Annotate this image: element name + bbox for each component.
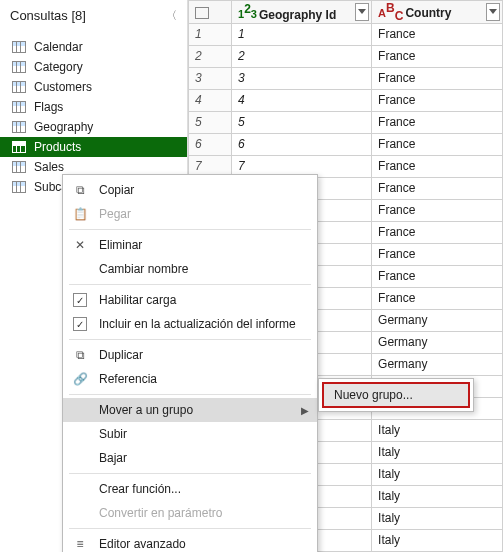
menu-item[interactable]: ✓Habilitar carga: [63, 288, 317, 312]
duplicate-icon: ⧉: [71, 347, 89, 363]
cell-country[interactable]: Italy: [372, 441, 503, 463]
menu-item-label: Copiar: [99, 183, 134, 197]
editor-icon: ≡: [71, 536, 89, 552]
checkbox-checked: ✓: [71, 292, 89, 308]
chevron-left-icon[interactable]: 〈: [166, 8, 177, 23]
cell-country[interactable]: France: [372, 155, 503, 177]
row-number[interactable]: 3: [189, 67, 232, 89]
cell-country[interactable]: Italy: [372, 485, 503, 507]
menu-separator: [69, 394, 311, 395]
menu-item[interactable]: ✓Incluir en la actualización del informe: [63, 312, 317, 336]
table-row[interactable]: 66France: [189, 133, 503, 155]
queries-list: CalendarCategoryCustomersFlagsGeographyP…: [0, 31, 187, 197]
menu-item-label: Bajar: [99, 451, 127, 465]
table-icon: [12, 161, 26, 173]
menu-item[interactable]: Mover a un grupo▶: [63, 398, 317, 422]
row-number[interactable]: 6: [189, 133, 232, 155]
sidebar-item-products[interactable]: Products: [0, 137, 187, 157]
menu-item-label: Referencia: [99, 372, 157, 386]
table-icon: [12, 41, 26, 53]
cell-country[interactable]: France: [372, 243, 503, 265]
cell-country[interactable]: France: [372, 221, 503, 243]
corner-cell[interactable]: [189, 1, 232, 24]
menu-item[interactable]: Cambiar nombre: [63, 257, 317, 281]
table-icon: [12, 121, 26, 133]
menu-item[interactable]: Bajar: [63, 446, 317, 470]
cell-geography-id[interactable]: 1: [232, 23, 372, 45]
cell-country[interactable]: Germany: [372, 309, 503, 331]
blank-icon: [71, 426, 89, 442]
column-header-country[interactable]: ABCCountry: [372, 1, 503, 24]
cell-country[interactable]: France: [372, 177, 503, 199]
menu-item[interactable]: Crear función...: [63, 477, 317, 501]
cell-geography-id[interactable]: 3: [232, 67, 372, 89]
row-number[interactable]: 4: [189, 89, 232, 111]
cell-country[interactable]: France: [372, 89, 503, 111]
blank-icon: [71, 505, 89, 521]
menu-item-label: Habilitar carga: [99, 293, 176, 307]
cell-country[interactable]: Germany: [372, 353, 503, 375]
cell-geography-id[interactable]: 2: [232, 45, 372, 67]
row-number[interactable]: 2: [189, 45, 232, 67]
menu-item[interactable]: Subir: [63, 422, 317, 446]
menu-item[interactable]: ≡Editor avanzado: [63, 532, 317, 552]
cell-country[interactable]: France: [372, 133, 503, 155]
paste-icon: 📋: [71, 206, 89, 222]
column-header-geography-id[interactable]: 123Geography Id: [232, 1, 372, 24]
menu-item-label: Crear función...: [99, 482, 181, 496]
table-row[interactable]: 55France: [189, 111, 503, 133]
context-menu: ⧉Copiar📋Pegar✕EliminarCambiar nombre✓Hab…: [62, 174, 318, 552]
blank-icon: [71, 450, 89, 466]
menu-item-label: Duplicar: [99, 348, 143, 362]
text-type-icon: ABC: [378, 7, 403, 19]
menu-separator: [69, 528, 311, 529]
column-dropdown-icon[interactable]: [486, 3, 500, 21]
sidebar-item-label: Customers: [34, 80, 92, 94]
cell-country[interactable]: France: [372, 23, 503, 45]
cell-geography-id[interactable]: 6: [232, 133, 372, 155]
menu-item: 📋Pegar: [63, 202, 317, 226]
sidebar-header[interactable]: Consultas [8] 〈: [0, 4, 187, 31]
cell-country[interactable]: Italy: [372, 529, 503, 551]
cell-country[interactable]: Italy: [372, 507, 503, 529]
cell-geography-id[interactable]: 4: [232, 89, 372, 111]
sidebar-item-category[interactable]: Category: [0, 57, 187, 77]
menu-item[interactable]: ⧉Copiar: [63, 178, 317, 202]
menu-item-label: Incluir en la actualización del informe: [99, 317, 296, 331]
sidebar-item-customers[interactable]: Customers: [0, 77, 187, 97]
cell-country[interactable]: France: [372, 199, 503, 221]
checkbox-checked: ✓: [71, 316, 89, 332]
menu-item-label: Editor avanzado: [99, 537, 186, 551]
sidebar-item-label: Flags: [34, 100, 63, 114]
column-dropdown-icon[interactable]: [355, 3, 369, 21]
blank-icon: [71, 261, 89, 277]
cell-country[interactable]: Italy: [372, 419, 503, 441]
cell-country[interactable]: France: [372, 287, 503, 309]
row-number[interactable]: 5: [189, 111, 232, 133]
sidebar-item-flags[interactable]: Flags: [0, 97, 187, 117]
blank-icon: [71, 402, 89, 418]
sidebar-item-calendar[interactable]: Calendar: [0, 37, 187, 57]
table-row[interactable]: 22France: [189, 45, 503, 67]
sidebar-item-geography[interactable]: Geography: [0, 117, 187, 137]
menu-separator: [69, 284, 311, 285]
cell-country[interactable]: France: [372, 111, 503, 133]
cell-country[interactable]: Germany: [372, 331, 503, 353]
menu-item[interactable]: 🔗Referencia: [63, 367, 317, 391]
table-row[interactable]: 33France: [189, 67, 503, 89]
number-type-icon: 123: [238, 8, 257, 20]
table-row[interactable]: 11France: [189, 23, 503, 45]
cell-country[interactable]: France: [372, 67, 503, 89]
submenu-item-new-group[interactable]: Nuevo grupo...: [322, 382, 470, 408]
row-number[interactable]: 1: [189, 23, 232, 45]
menu-separator: [69, 229, 311, 230]
table-row[interactable]: 44France: [189, 89, 503, 111]
menu-item[interactable]: ⧉Duplicar: [63, 343, 317, 367]
cell-country[interactable]: Italy: [372, 463, 503, 485]
cell-country[interactable]: France: [372, 45, 503, 67]
menu-separator: [69, 339, 311, 340]
table-icon: [195, 7, 209, 19]
cell-country[interactable]: France: [372, 265, 503, 287]
cell-geography-id[interactable]: 5: [232, 111, 372, 133]
menu-item[interactable]: ✕Eliminar: [63, 233, 317, 257]
